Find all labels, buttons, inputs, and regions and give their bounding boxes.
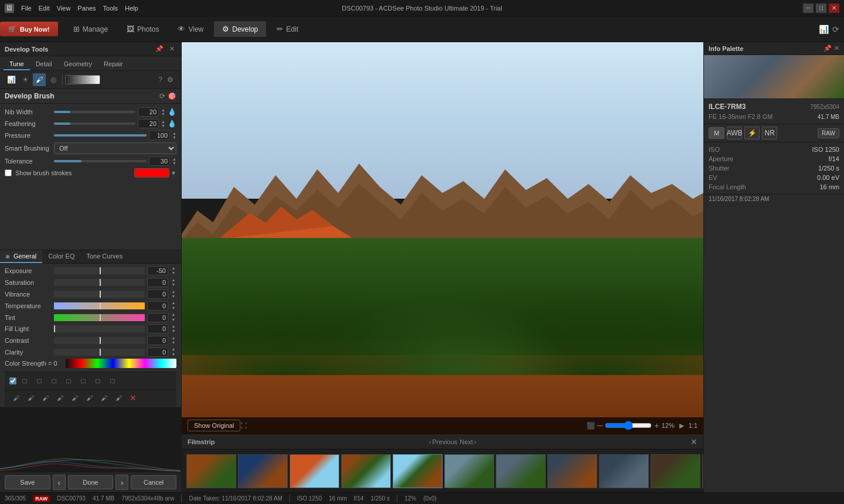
exposure-input[interactable] [147, 266, 168, 275]
info-close-button[interactable]: ✕ [834, 45, 839, 52]
maximize-button[interactable]: □ [816, 4, 826, 13]
show-original-button[interactable]: Show Original [188, 420, 240, 431]
nib-width-eyedropper[interactable]: 💧 [168, 108, 176, 116]
next-nav-button[interactable]: › [115, 475, 128, 490]
color-strength-bar[interactable] [66, 359, 176, 368]
menu-tools[interactable]: Tools [103, 5, 118, 12]
panel-pin-button[interactable]: 📌 [154, 45, 165, 53]
cancel-button[interactable]: Cancel [131, 475, 176, 489]
menu-edit[interactable]: Edit [39, 5, 50, 12]
nib-width-up[interactable]: ▲ [161, 108, 165, 112]
thumb-9[interactable] [599, 454, 649, 488]
brush-icon-2[interactable]: □ [33, 374, 46, 387]
brush-icon-3[interactable]: □ [47, 374, 60, 387]
nav-extra-icon-2[interactable]: ⟳ [832, 25, 839, 34]
temperature-up[interactable]: ▲ [171, 301, 176, 305]
temperature-down[interactable]: ▼ [171, 306, 176, 311]
fill-light-up[interactable]: ▲ [171, 324, 176, 329]
vibrance-input[interactable] [147, 290, 168, 299]
nib-width-down[interactable]: ▼ [161, 112, 165, 116]
vibrance-down[interactable]: ▼ [171, 294, 176, 299]
menu-view[interactable]: View [57, 5, 71, 12]
thumb-10[interactable] [651, 454, 700, 488]
clarity-up[interactable]: ▲ [171, 347, 176, 352]
menu-panes[interactable]: Panes [77, 5, 96, 12]
pressure-down[interactable]: ▼ [172, 135, 176, 139]
zoom-slider[interactable] [605, 421, 652, 430]
pressure-up[interactable]: ▲ [172, 131, 176, 135]
prev-nav-button[interactable]: ‹ [53, 475, 66, 490]
help-icon[interactable]: ? [158, 76, 162, 84]
clarity-down[interactable]: ▼ [171, 352, 176, 357]
brush-icon-1[interactable]: □ [18, 374, 31, 387]
flash-button[interactable]: ⚡ [744, 127, 760, 139]
fill-light-track[interactable] [54, 325, 145, 332]
thumb-8[interactable] [547, 454, 597, 488]
tint-up[interactable]: ▲ [171, 312, 176, 317]
thumb-11[interactable] [702, 454, 703, 488]
tab-repair[interactable]: Repair [98, 59, 128, 70]
thumb-5[interactable] [393, 454, 443, 488]
nib-width-track[interactable] [54, 111, 135, 113]
tolerance-up[interactable]: ▲ [172, 157, 176, 161]
zoom-nav-icon[interactable]: ▶ [679, 422, 684, 430]
photo-area[interactable]: Show Original ⛶ ⬛ ─ + 12% ▶ 1:1 [182, 42, 703, 434]
vibrance-up[interactable]: ▲ [171, 290, 176, 294]
contrast-track[interactable] [54, 337, 145, 344]
saturation-input[interactable] [147, 278, 168, 287]
feathering-up[interactable]: ▲ [161, 120, 165, 124]
thumb-1[interactable] [186, 454, 236, 488]
menu-file[interactable]: File [21, 5, 32, 12]
histogram-icon[interactable]: 📊 [5, 73, 18, 86]
exposure-icon[interactable]: ☀ [19, 73, 32, 86]
nr-button[interactable]: NR [762, 127, 777, 139]
done-button[interactable]: Done [68, 475, 114, 489]
brush-tool-3[interactable]: 🖌 [39, 391, 52, 404]
tab-photos[interactable]: 🖼 Photos [118, 21, 167, 37]
section-tab-tone-curves[interactable]: Tone Curves [80, 250, 128, 263]
brush-tool-5[interactable]: 🖌 [68, 391, 81, 404]
nib-width-input[interactable] [138, 107, 159, 117]
thumb-3[interactable] [290, 454, 339, 488]
brush-tool-4[interactable]: 🖌 [53, 391, 66, 404]
brush-tool-1[interactable]: 🖌 [9, 391, 22, 404]
exposure-track[interactable] [54, 267, 145, 274]
tab-manage[interactable]: ⊞ Manage [65, 21, 116, 37]
info-pin-button[interactable]: 📌 [823, 45, 832, 52]
feathering-eyedropper[interactable]: 💧 [168, 120, 176, 128]
temperature-track[interactable] [54, 302, 145, 309]
thumb-2[interactable] [238, 454, 288, 488]
brush-reset-button[interactable]: ⟳ [159, 92, 165, 100]
filmstrip-close-button[interactable]: ✕ [690, 437, 697, 447]
tint-down[interactable]: ▼ [171, 318, 176, 322]
brush-tool-7[interactable]: 🖌 [97, 391, 110, 404]
brush-tool-2[interactable]: 🖌 [24, 391, 37, 404]
fill-light-input[interactable] [147, 324, 168, 333]
tab-edit[interactable]: ✏ Edit [268, 21, 307, 37]
brush-icon-6[interactable]: □ [91, 374, 104, 387]
section-tab-color-eq[interactable]: Color EQ [42, 250, 80, 263]
contrast-input[interactable] [147, 336, 168, 345]
mode-m-button[interactable]: M [709, 127, 724, 139]
zoom-in-button[interactable]: + [654, 421, 659, 430]
clarity-track[interactable] [54, 349, 145, 356]
smart-brushing-select[interactable]: Off On [54, 142, 176, 154]
contrast-down[interactable]: ▼ [171, 340, 176, 345]
thumb-4[interactable] [341, 454, 391, 488]
clarity-input[interactable] [147, 348, 168, 357]
saturation-track[interactable] [54, 279, 145, 286]
brush-icon-4[interactable]: □ [62, 374, 75, 387]
tolerance-track[interactable] [54, 160, 147, 162]
vibrance-track[interactable] [54, 291, 145, 298]
tint-input[interactable] [147, 313, 168, 322]
close-button[interactable]: ✕ [829, 4, 839, 13]
fill-light-down[interactable]: ▼ [171, 329, 176, 333]
brush-tool-8[interactable]: 🖌 [112, 391, 125, 404]
tab-view[interactable]: 👁 View [169, 21, 212, 37]
buy-now-button[interactable]: 🛒 Buy Now! [0, 22, 58, 36]
show-brush-strokes-checkbox[interactable] [5, 169, 12, 176]
save-button[interactable]: Save [5, 475, 50, 489]
tab-tune[interactable]: Tune [4, 59, 30, 70]
tab-develop[interactable]: ⚙ Develop [214, 21, 266, 37]
pressure-track[interactable] [54, 134, 147, 137]
